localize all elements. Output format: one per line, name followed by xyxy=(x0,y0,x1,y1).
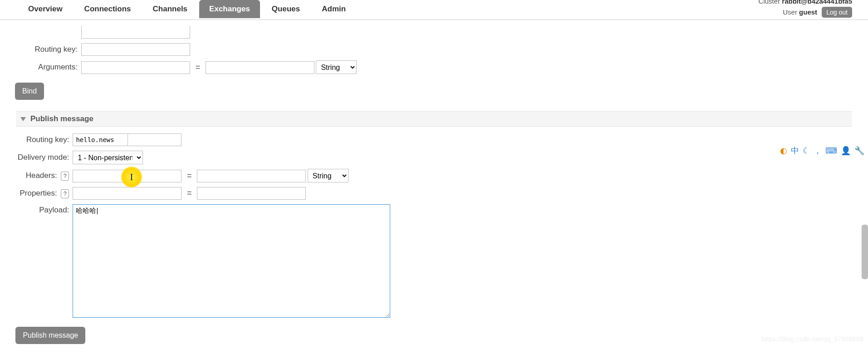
bind-routing-key-label: Routing key: xyxy=(16,41,79,58)
header-val-input[interactable] xyxy=(197,170,306,182)
properties-help-icon[interactable]: ? xyxy=(61,189,69,198)
wrench-icon[interactable]: 🔧 xyxy=(854,146,864,156)
logout-button[interactable]: Log out xyxy=(822,7,852,18)
ime-toolbar: ◐ 中 ☾ ， ⌨ 👤 🔧 xyxy=(776,143,868,158)
publish-message-button[interactable]: Publish message xyxy=(15,327,85,344)
tab-exchanges[interactable]: Exchanges xyxy=(199,0,260,18)
keyboard-icon[interactable]: ⌨ xyxy=(825,146,837,156)
publish-routing-key-input-extra[interactable] xyxy=(128,133,181,146)
tab-channels[interactable]: Channels xyxy=(143,0,198,18)
delivery-mode-label: Delivery mode: xyxy=(16,148,71,167)
headers-help-icon[interactable]: ? xyxy=(61,172,69,181)
equals-sign: = xyxy=(183,188,196,197)
tab-admin[interactable]: Admin xyxy=(312,0,356,18)
bind-form: Routing key: Arguments: = String Bind xyxy=(16,24,358,102)
cluster-label: Cluster xyxy=(759,0,780,5)
equals-sign: = xyxy=(183,171,196,180)
headers-label: Headers: xyxy=(26,171,57,180)
bind-routing-key-input[interactable] xyxy=(81,43,190,56)
tab-connections[interactable]: Connections xyxy=(74,0,141,18)
payload-label: Payload: xyxy=(16,202,71,321)
tabs: Overview Connections Channels Exchanges … xyxy=(18,0,358,18)
ime-lang-icon[interactable]: 中 xyxy=(791,145,799,156)
prop-key-input[interactable] xyxy=(73,187,181,200)
user-value: guest xyxy=(799,8,817,16)
publish-routing-key-input[interactable] xyxy=(73,133,128,146)
delivery-mode-select[interactable]: 1 - Non-persistent xyxy=(73,151,143,164)
bind-arg-type-select[interactable]: String xyxy=(316,60,357,74)
bind-arg-key-input[interactable] xyxy=(81,61,190,74)
payload-textarea[interactable] xyxy=(73,204,390,318)
content: Routing key: Arguments: = String Bind Pu… xyxy=(0,24,868,346)
equals-sign: = xyxy=(192,63,204,72)
ime-logo-icon[interactable]: ◐ xyxy=(780,146,787,156)
tab-queues[interactable]: Queues xyxy=(262,0,310,18)
header-type-select[interactable]: String xyxy=(308,169,348,182)
header-key-input[interactable] xyxy=(73,170,181,182)
tab-overview[interactable]: Overview xyxy=(18,0,73,18)
prop-val-input[interactable] xyxy=(197,187,306,200)
scrollbar-thumb[interactable] xyxy=(862,225,868,279)
caret-down-icon xyxy=(20,117,26,121)
publish-section-title: Publish message xyxy=(30,114,93,123)
publish-section-header[interactable]: Publish message xyxy=(16,111,852,127)
bind-arg-val-input[interactable] xyxy=(206,61,314,74)
bind-upper-input[interactable] xyxy=(81,26,190,39)
watermark: https://blog.csdn.net/qq_37909508 xyxy=(761,335,863,343)
punct-icon[interactable]: ， xyxy=(814,145,822,156)
publish-form: Routing key: Delivery mode: 1 - Non-pers… xyxy=(16,131,392,346)
header-bar: Overview Connections Channels Exchanges … xyxy=(0,0,868,20)
properties-label: Properties: xyxy=(20,189,57,197)
bind-arguments-label: Arguments: xyxy=(16,58,79,76)
publish-routing-key-label: Routing key: xyxy=(16,131,71,148)
header-right: Cluster rabbit@b42a4441bfa5 User guest L… xyxy=(759,0,852,20)
bind-button[interactable]: Bind xyxy=(15,83,44,100)
user-label: User xyxy=(783,8,797,16)
moon-icon[interactable]: ☾ xyxy=(803,146,810,156)
cluster-value: rabbit@b42a4441bfa5 xyxy=(782,0,852,5)
user-icon[interactable]: 👤 xyxy=(841,146,851,156)
